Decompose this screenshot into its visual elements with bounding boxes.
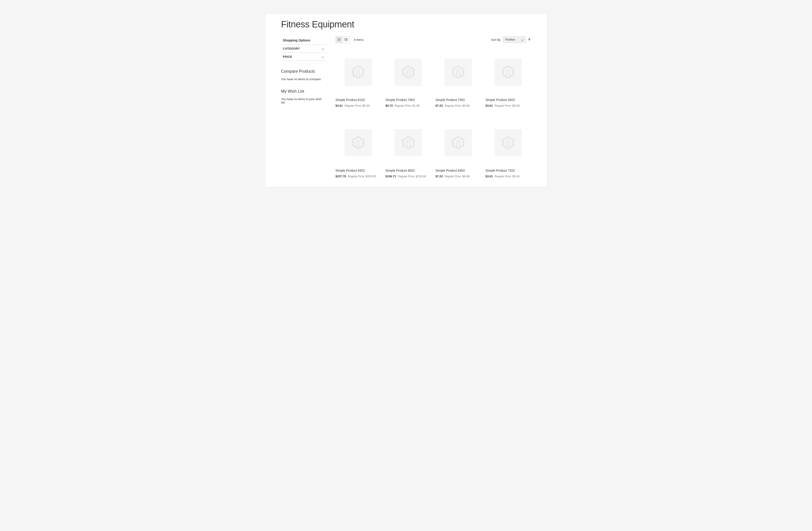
magento-placeholder-icon — [450, 64, 466, 80]
regular-price-label: Regular Price — [398, 175, 415, 178]
product-placeholder-image — [345, 129, 372, 156]
price-box: $3.61 Regular Price $5.00 — [485, 175, 531, 178]
compare-products-empty: You have no items to compare. — [281, 77, 327, 81]
special-price: $3.61 — [485, 104, 493, 107]
view-modes — [335, 36, 350, 43]
regular-price: $1.00 — [412, 104, 420, 107]
product-placeholder-image — [394, 129, 422, 156]
magento-placeholder-icon — [450, 134, 466, 151]
toolbar: 8 Items Sort By Position — [335, 36, 531, 43]
regular-price: $9.99 — [462, 104, 470, 107]
chevron-down-icon — [521, 38, 524, 41]
price-box: $3.61 Regular Price $5.00 — [485, 104, 531, 107]
product-name-link[interactable]: Simple Product 6302 — [335, 169, 381, 172]
grid-view-button[interactable] — [336, 36, 343, 43]
special-price: $3.61 — [485, 175, 493, 178]
chevron-down-icon — [321, 47, 324, 50]
product-placeholder-image — [394, 58, 422, 86]
product-name-link[interactable]: Simple Product 6602 — [386, 169, 431, 172]
product-item: Simple Product 4502 $3.61 Regular Price … — [485, 49, 531, 107]
list-view-button[interactable] — [343, 36, 349, 43]
sort-by-label: Sort By — [491, 38, 501, 42]
product-image-link[interactable] — [335, 49, 381, 95]
product-image-link[interactable] — [335, 120, 381, 165]
price-box: $156.71 Regular Price $216.90 — [386, 175, 431, 178]
price-box: $3.61 Regular Price $5.00 — [335, 104, 381, 107]
product-name-link[interactable]: Simple Product 7802 — [386, 98, 431, 102]
regular-price: $5.00 — [512, 104, 520, 107]
sort-by-select[interactable]: Position — [503, 36, 526, 43]
product-item: Simple Product 7502 $7.22 Regular Price … — [435, 49, 481, 107]
product-item: Simple Product 6602 $156.71 Regular Pric… — [386, 120, 431, 178]
magento-placeholder-icon — [350, 134, 366, 151]
price-box: $0.72 Regular Price $1.00 — [386, 104, 431, 107]
wishlist-empty: You have no items in your wish list. — [281, 98, 327, 104]
product-image-link[interactable] — [435, 49, 481, 95]
regular-price: $5.00 — [362, 104, 370, 107]
main-column: 8 Items Sort By Position — [335, 36, 531, 178]
special-price: $237.70 — [335, 175, 346, 178]
regular-price: $5.00 — [512, 175, 520, 178]
product-image-link[interactable] — [485, 49, 531, 95]
product-placeholder-image — [445, 129, 472, 156]
sort-by-value: Position — [506, 38, 515, 41]
sort-direction-toggle[interactable] — [528, 38, 531, 41]
product-name-link[interactable]: Simple Product 7502 — [435, 98, 481, 102]
product-placeholder-image — [445, 58, 472, 86]
product-name-link[interactable]: Simple Product 8102 — [335, 98, 381, 102]
regular-price-label: Regular Price — [445, 175, 461, 178]
regular-price-label: Regular Price — [445, 104, 461, 107]
magento-placeholder-icon — [400, 134, 417, 151]
product-placeholder-image — [345, 58, 372, 86]
filter-label: PRICE — [283, 55, 292, 58]
product-item: Simple Product 7202 $3.61 Regular Price … — [485, 120, 531, 178]
product-item: Simple Product 7802 $0.72 Regular Price … — [386, 49, 431, 107]
special-price: $7.22 — [435, 175, 443, 178]
wishlist-title: My Wish List — [281, 89, 327, 94]
list-icon — [344, 38, 348, 41]
product-item: Simple Product 6902 $7.22 Regular Price … — [435, 120, 481, 178]
chevron-down-icon — [321, 56, 324, 58]
products-grid: Simple Product 8102 $3.61 Regular Price … — [335, 49, 531, 178]
product-image-link[interactable] — [435, 120, 481, 165]
item-count: 8 Items — [354, 38, 364, 42]
product-image-link[interactable] — [386, 49, 431, 95]
product-name-link[interactable]: Simple Product 4502 — [485, 98, 531, 102]
product-name-link[interactable]: Simple Product 6902 — [435, 169, 481, 172]
regular-price: $9.99 — [462, 175, 470, 178]
regular-price: $216.90 — [416, 175, 426, 178]
product-item: Simple Product 6302 $237.70 Regular Pric… — [335, 120, 381, 178]
filter-price[interactable]: PRICE — [281, 53, 327, 61]
filter-label: CATEGORY — [283, 47, 300, 50]
regular-price-label: Regular Price — [348, 175, 364, 178]
regular-price-label: Regular Price — [495, 104, 511, 107]
product-name-link[interactable]: Simple Product 7202 — [485, 169, 531, 172]
page-container: Fitness Equipment Shopping Options CATEG… — [265, 14, 547, 187]
magento-placeholder-icon — [350, 64, 366, 80]
special-price: $0.72 — [386, 104, 393, 107]
product-image-link[interactable] — [485, 120, 531, 165]
compare-products-title: Compare Products — [281, 69, 327, 74]
product-image-link[interactable] — [386, 120, 431, 165]
regular-price-label: Regular Price — [495, 175, 511, 178]
special-price: $7.22 — [435, 104, 443, 107]
special-price: $3.61 — [335, 104, 343, 107]
special-price: $156.71 — [386, 175, 396, 178]
magento-placeholder-icon — [400, 64, 417, 80]
product-placeholder-image — [495, 58, 522, 86]
shopping-options-title: Shopping Options — [281, 36, 327, 45]
grid-icon — [337, 38, 341, 41]
product-placeholder-image — [495, 129, 522, 156]
regular-price-label: Regular Price — [394, 104, 411, 107]
regular-price: $329.00 — [365, 175, 376, 178]
product-item: Simple Product 8102 $3.61 Regular Price … — [335, 49, 381, 107]
filter-category[interactable]: CATEGORY — [281, 45, 327, 53]
magento-placeholder-icon — [500, 134, 516, 151]
price-box: $7.22 Regular Price $9.99 — [435, 175, 481, 178]
sidebar: Shopping Options CATEGORY PRICE Compare … — [281, 36, 327, 178]
magento-placeholder-icon — [500, 64, 516, 80]
regular-price-label: Regular Price — [345, 104, 361, 107]
price-box: $7.22 Regular Price $9.99 — [435, 104, 481, 107]
page-title: Fitness Equipment — [281, 19, 531, 29]
price-box: $237.70 Regular Price $329.00 — [335, 175, 381, 178]
